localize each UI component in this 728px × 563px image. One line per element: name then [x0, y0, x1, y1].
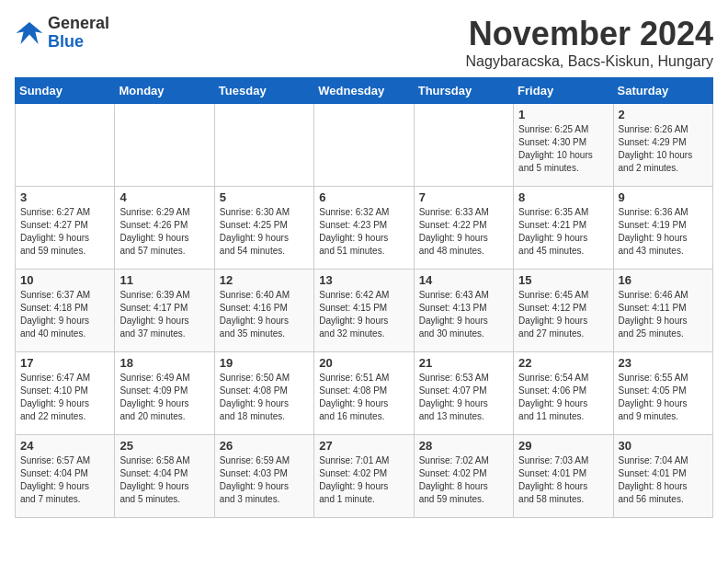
calendar-cell: [16, 104, 115, 187]
day-header: Friday: [514, 78, 613, 104]
day-number: 21: [419, 356, 508, 370]
day-info: Sunrise: 6:54 AM Sunset: 4:06 PM Dayligh…: [518, 372, 608, 423]
day-number: 22: [518, 356, 608, 370]
logo-line2: Blue: [48, 33, 109, 52]
calendar-cell: 18Sunrise: 6:49 AM Sunset: 4:09 PM Dayli…: [115, 352, 214, 435]
day-header: Saturday: [613, 78, 712, 104]
calendar-cell: [414, 104, 513, 187]
calendar-cell: 8Sunrise: 6:35 AM Sunset: 4:21 PM Daylig…: [514, 187, 613, 270]
day-info: Sunrise: 6:58 AM Sunset: 4:04 PM Dayligh…: [119, 454, 209, 506]
calendar-cell: 23Sunrise: 6:55 AM Sunset: 4:05 PM Dayli…: [613, 352, 712, 435]
calendar-week-row: 3Sunrise: 6:27 AM Sunset: 4:27 PM Daylig…: [16, 187, 713, 270]
day-number: 5: [220, 190, 309, 204]
day-number: 10: [20, 273, 109, 287]
svg-marker-0: [17, 22, 43, 44]
calendar-cell: 16Sunrise: 6:46 AM Sunset: 4:11 PM Dayli…: [613, 270, 712, 352]
day-info: Sunrise: 6:32 AM Sunset: 4:23 PM Dayligh…: [319, 206, 408, 258]
logo: General Blue: [15, 15, 109, 52]
calendar-cell: [115, 104, 214, 187]
calendar-cell: 2Sunrise: 6:26 AM Sunset: 4:29 PM Daylig…: [613, 104, 712, 187]
calendar-cell: 17Sunrise: 6:47 AM Sunset: 4:10 PM Dayli…: [16, 352, 115, 435]
day-header: Sunday: [16, 78, 115, 104]
calendar-cell: 14Sunrise: 6:43 AM Sunset: 4:13 PM Dayli…: [414, 270, 513, 352]
calendar-cell: 4Sunrise: 6:29 AM Sunset: 4:26 PM Daylig…: [115, 187, 214, 270]
logo-text: General Blue: [48, 15, 109, 52]
day-number: 11: [119, 273, 209, 287]
day-number: 25: [119, 439, 209, 453]
calendar-cell: 27Sunrise: 7:01 AM Sunset: 4:02 PM Dayli…: [314, 435, 414, 518]
day-info: Sunrise: 6:39 AM Sunset: 4:17 PM Dayligh…: [119, 289, 209, 340]
day-header: Monday: [115, 78, 214, 104]
day-number: 9: [619, 190, 708, 204]
day-info: Sunrise: 6:40 AM Sunset: 4:16 PM Dayligh…: [220, 289, 309, 340]
calendar-week-row: 10Sunrise: 6:37 AM Sunset: 4:18 PM Dayli…: [16, 270, 713, 352]
calendar-cell: 20Sunrise: 6:51 AM Sunset: 4:08 PM Dayli…: [314, 352, 414, 435]
calendar-cell: 13Sunrise: 6:42 AM Sunset: 4:15 PM Dayli…: [314, 270, 414, 352]
day-info: Sunrise: 6:42 AM Sunset: 4:15 PM Dayligh…: [319, 289, 408, 340]
calendar-cell: 25Sunrise: 6:58 AM Sunset: 4:04 PM Dayli…: [115, 435, 214, 518]
calendar-cell: 30Sunrise: 7:04 AM Sunset: 4:01 PM Dayli…: [613, 435, 712, 518]
logo-line1: General: [48, 15, 109, 33]
day-info: Sunrise: 7:01 AM Sunset: 4:02 PM Dayligh…: [319, 454, 408, 506]
day-info: Sunrise: 6:30 AM Sunset: 4:25 PM Dayligh…: [220, 206, 309, 258]
day-info: Sunrise: 6:57 AM Sunset: 4:04 PM Dayligh…: [20, 454, 109, 506]
calendar-cell: 22Sunrise: 6:54 AM Sunset: 4:06 PM Dayli…: [514, 352, 613, 435]
day-number: 30: [619, 439, 708, 453]
day-number: 14: [419, 273, 508, 287]
day-number: 15: [518, 273, 608, 287]
calendar-cell: 21Sunrise: 6:53 AM Sunset: 4:07 PM Dayli…: [414, 352, 513, 435]
calendar-cell: 26Sunrise: 6:59 AM Sunset: 4:03 PM Dayli…: [214, 435, 313, 518]
day-number: 27: [319, 439, 408, 453]
day-info: Sunrise: 6:49 AM Sunset: 4:09 PM Dayligh…: [119, 372, 209, 423]
calendar-cell: 24Sunrise: 6:57 AM Sunset: 4:04 PM Dayli…: [16, 435, 115, 518]
day-number: 4: [119, 190, 209, 204]
title-area: November 2024 Nagybaracska, Bacs-Kiskun,…: [466, 15, 713, 70]
day-info: Sunrise: 6:29 AM Sunset: 4:26 PM Dayligh…: [119, 206, 209, 258]
calendar-week-row: 1Sunrise: 6:25 AM Sunset: 4:30 PM Daylig…: [16, 104, 713, 187]
day-number: 1: [518, 108, 608, 121]
calendar-week-row: 17Sunrise: 6:47 AM Sunset: 4:10 PM Dayli…: [16, 352, 713, 435]
month-title: November 2024: [466, 15, 713, 53]
calendar-week-row: 24Sunrise: 6:57 AM Sunset: 4:04 PM Dayli…: [16, 435, 713, 518]
day-info: Sunrise: 6:35 AM Sunset: 4:21 PM Dayligh…: [518, 206, 608, 258]
day-number: 16: [619, 273, 708, 287]
day-number: 23: [619, 356, 708, 370]
day-info: Sunrise: 6:51 AM Sunset: 4:08 PM Dayligh…: [319, 372, 408, 423]
calendar-cell: 7Sunrise: 6:33 AM Sunset: 4:22 PM Daylig…: [414, 187, 513, 270]
day-number: 17: [20, 356, 109, 370]
day-info: Sunrise: 6:47 AM Sunset: 4:10 PM Dayligh…: [20, 372, 109, 423]
day-number: 8: [518, 190, 608, 204]
day-info: Sunrise: 7:02 AM Sunset: 4:02 PM Dayligh…: [419, 454, 508, 506]
calendar-cell: 15Sunrise: 6:45 AM Sunset: 4:12 PM Dayli…: [514, 270, 613, 352]
day-info: Sunrise: 6:46 AM Sunset: 4:11 PM Dayligh…: [619, 289, 708, 340]
day-header: Wednesday: [314, 78, 414, 104]
calendar-cell: 19Sunrise: 6:50 AM Sunset: 4:08 PM Dayli…: [214, 352, 313, 435]
day-number: 12: [220, 273, 309, 287]
day-number: 28: [419, 439, 508, 453]
day-info: Sunrise: 6:33 AM Sunset: 4:22 PM Dayligh…: [419, 206, 508, 258]
day-number: 24: [20, 439, 109, 453]
calendar-cell: 29Sunrise: 7:03 AM Sunset: 4:01 PM Dayli…: [514, 435, 613, 518]
day-info: Sunrise: 6:36 AM Sunset: 4:19 PM Dayligh…: [619, 206, 708, 258]
day-number: 26: [220, 439, 309, 453]
day-number: 2: [619, 108, 708, 121]
calendar-cell: [314, 104, 414, 187]
day-info: Sunrise: 6:26 AM Sunset: 4:29 PM Dayligh…: [619, 123, 708, 175]
calendar-cell: 10Sunrise: 6:37 AM Sunset: 4:18 PM Dayli…: [16, 270, 115, 352]
calendar-cell: 9Sunrise: 6:36 AM Sunset: 4:19 PM Daylig…: [613, 187, 712, 270]
calendar-cell: 5Sunrise: 6:30 AM Sunset: 4:25 PM Daylig…: [214, 187, 313, 270]
day-info: Sunrise: 7:03 AM Sunset: 4:01 PM Dayligh…: [518, 454, 608, 506]
calendar-cell: 6Sunrise: 6:32 AM Sunset: 4:23 PM Daylig…: [314, 187, 414, 270]
day-info: Sunrise: 6:55 AM Sunset: 4:05 PM Dayligh…: [619, 372, 708, 423]
day-number: 19: [220, 356, 309, 370]
day-number: 3: [20, 190, 109, 204]
day-info: Sunrise: 6:37 AM Sunset: 4:18 PM Dayligh…: [20, 289, 109, 340]
day-info: Sunrise: 6:27 AM Sunset: 4:27 PM Dayligh…: [20, 206, 109, 258]
day-header: Tuesday: [214, 78, 313, 104]
day-number: 13: [319, 273, 408, 287]
day-number: 18: [119, 356, 209, 370]
calendar-cell: 3Sunrise: 6:27 AM Sunset: 4:27 PM Daylig…: [16, 187, 115, 270]
day-number: 6: [319, 190, 408, 204]
page-header: General Blue November 2024 Nagybaracska,…: [15, 15, 713, 70]
calendar-cell: 11Sunrise: 6:39 AM Sunset: 4:17 PM Dayli…: [115, 270, 214, 352]
